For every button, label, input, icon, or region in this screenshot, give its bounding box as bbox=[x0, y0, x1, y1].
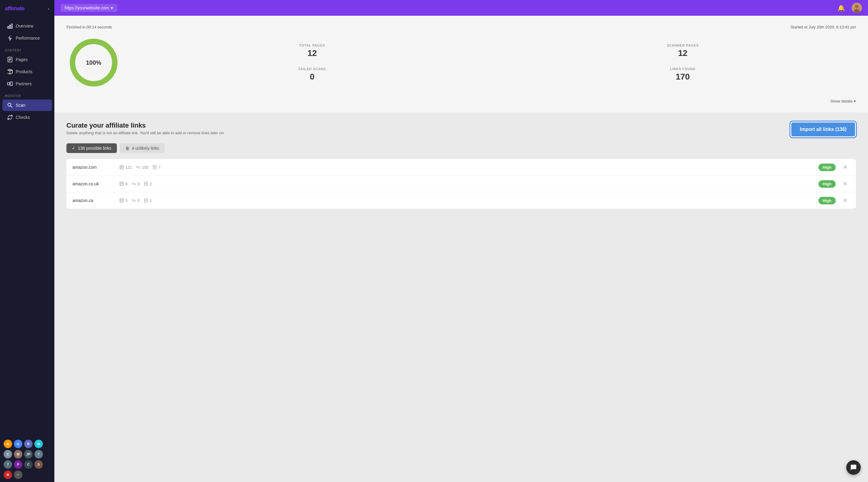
network-avatar-b-network[interactable]: B bbox=[24, 440, 33, 448]
svg-rect-22 bbox=[153, 165, 156, 169]
user-avatar[interactable] bbox=[852, 3, 862, 13]
network-avatar-n4[interactable]: 7 bbox=[34, 450, 43, 458]
link-remove-button-1[interactable]: ✕ bbox=[840, 180, 850, 188]
stat-value-total-pages: 12 bbox=[139, 48, 485, 58]
stat-label-links-found: LINKS FOUND bbox=[509, 67, 856, 71]
svg-line-12 bbox=[10, 106, 12, 107]
svg-rect-2 bbox=[11, 24, 12, 28]
curate-subtitle: Delete anything that is not an affiliate… bbox=[66, 131, 225, 135]
link-links-2: 5 bbox=[132, 198, 140, 203]
link-tab-possible[interactable]: ✓ 136 possible links bbox=[66, 143, 117, 153]
chat-bubble-button[interactable] bbox=[846, 460, 861, 475]
link-domain-2: amazon.ca bbox=[72, 198, 115, 203]
svg-rect-1 bbox=[9, 25, 10, 28]
sidebar-item-performance[interactable]: Performance bbox=[2, 32, 52, 44]
network-avatar-n6[interactable]: C bbox=[24, 460, 33, 469]
url-selector[interactable]: https://yourwebsite.com ▾ bbox=[60, 4, 117, 12]
network-avatar-more[interactable]: ··· bbox=[14, 471, 22, 479]
link-counts-0: 121 150 7 bbox=[120, 165, 814, 170]
scan-stats-grid: TOTAL PAGES 12 SCANNED PAGES 12 FAILED S… bbox=[139, 44, 856, 82]
network-avatar-n7[interactable]: S bbox=[34, 460, 43, 469]
logo-affi: affi bbox=[5, 5, 12, 11]
link-tab-icon: ✓ bbox=[72, 146, 75, 150]
link-tab-unlikely[interactable]: 🗑 4 unlikely links bbox=[120, 143, 164, 153]
network-avatar-n8[interactable]: R bbox=[4, 471, 12, 479]
stat-label-total-pages: TOTAL PAGES bbox=[139, 44, 485, 47]
svg-rect-36 bbox=[144, 199, 147, 202]
sidebar-header: affimate ‹ bbox=[0, 0, 54, 17]
stat-value-failed-scans: 0 bbox=[139, 72, 485, 82]
priority-badge-2: High bbox=[818, 197, 836, 204]
stat-scanned-pages: SCANNED PAGES 12 bbox=[509, 44, 856, 58]
link-links-0: 150 bbox=[136, 165, 149, 170]
link-row-0: amazon.com 121 150 7 High ✕ bbox=[66, 159, 856, 176]
sidebar-item-checks-label: Checks bbox=[16, 115, 30, 120]
sidebar-item-overview[interactable]: Overview bbox=[2, 20, 52, 32]
svg-rect-0 bbox=[7, 26, 9, 28]
scan-finished-text: Finished in 00:14 seconds bbox=[66, 25, 112, 29]
logo: affimate bbox=[5, 5, 25, 12]
curate-section: Curate your affiliate links Delete anyth… bbox=[54, 112, 868, 218]
topbar: https://yourwebsite.com ▾ 🔔 bbox=[54, 0, 868, 16]
logo-mate: mate bbox=[12, 5, 25, 11]
partners-icon bbox=[7, 81, 13, 86]
sidebar-item-overview-label: Overview bbox=[16, 24, 33, 28]
links-table: amazon.com 121 150 7 High ✕ amazon.co.uk… bbox=[66, 159, 856, 209]
lightning-icon bbox=[7, 35, 13, 41]
stat-total-pages: TOTAL PAGES 12 bbox=[139, 44, 485, 58]
link-docs-0: 7 bbox=[153, 165, 160, 170]
sidebar-item-scan[interactable]: Scan bbox=[2, 100, 52, 111]
sidebar-item-partners[interactable]: Partners bbox=[2, 78, 52, 89]
curate-title: Curate your affiliate links bbox=[66, 121, 225, 130]
notification-bell-button[interactable]: 🔔 bbox=[837, 4, 845, 11]
svg-rect-8 bbox=[7, 83, 10, 85]
stat-links-found: LINKS FOUND 170 bbox=[509, 67, 856, 82]
network-avatar-n1[interactable]: N bbox=[34, 440, 43, 448]
sidebar-content-section: CONTENT bbox=[0, 45, 54, 53]
pages-icon bbox=[7, 57, 13, 62]
network-avatars: AGBNCMJP77PCSR··· bbox=[0, 437, 54, 482]
import-all-links-button[interactable]: Import all links (136) bbox=[790, 121, 856, 137]
scan-results-card: Finished in 00:14 seconds Started at Jul… bbox=[54, 16, 868, 112]
network-avatar-jp[interactable]: JP bbox=[24, 450, 33, 458]
network-avatar-n5[interactable]: 7 bbox=[4, 460, 12, 469]
show-details-chevron-icon: ▾ bbox=[854, 99, 856, 104]
link-docs-1: 2 bbox=[144, 182, 152, 186]
network-avatar-n2[interactable]: C bbox=[4, 450, 12, 458]
link-remove-button-2[interactable]: ✕ bbox=[840, 197, 850, 204]
link-tab-label: 136 possible links bbox=[78, 146, 112, 150]
sidebar-item-products[interactable]: Products bbox=[2, 66, 52, 78]
products-icon bbox=[7, 69, 13, 75]
sidebar-navigation: Overview Performance CONTENT Pages bbox=[0, 17, 54, 126]
scan-donut-chart: 100% bbox=[66, 35, 121, 90]
link-remove-button-0[interactable]: ✕ bbox=[840, 163, 850, 171]
priority-badge-0: High bbox=[818, 164, 836, 171]
network-avatar-ph[interactable]: P bbox=[14, 460, 22, 469]
collapse-button[interactable]: ‹ bbox=[48, 6, 50, 11]
loop-icon bbox=[7, 115, 13, 120]
scan-body: 100% TOTAL PAGES 12 SCANNED PAGES 12 FAI… bbox=[66, 35, 856, 90]
sidebar-item-checks[interactable]: Checks bbox=[2, 112, 52, 123]
link-row-2: amazon.ca 5 5 1 High ✕ bbox=[66, 192, 856, 209]
network-avatar-amazon[interactable]: A bbox=[4, 440, 12, 448]
link-row-1: amazon.co.uk 8 8 2 High ✕ bbox=[66, 176, 856, 192]
link-domain-1: amazon.co.uk bbox=[72, 181, 115, 186]
sidebar-monitor-section: MONITOR bbox=[0, 90, 54, 99]
donut-center-percent: 100% bbox=[86, 59, 101, 66]
link-domain-0: amazon.com bbox=[72, 165, 115, 170]
url-chevron-icon: ▾ bbox=[111, 5, 113, 10]
link-pages-0: 121 bbox=[120, 165, 132, 170]
network-avatar-n3[interactable]: M bbox=[14, 450, 22, 458]
sidebar: affimate ‹ Overview Performance CONTENT bbox=[0, 0, 54, 482]
link-counts-2: 5 5 1 bbox=[120, 198, 814, 203]
sidebar-item-pages[interactable]: Pages bbox=[2, 54, 52, 65]
curate-header: Curate your affiliate links Delete anyth… bbox=[66, 121, 856, 137]
network-avatar-google[interactable]: G bbox=[14, 440, 22, 448]
url-text: https://yourwebsite.com bbox=[65, 5, 109, 10]
scan-started-text: Started at July 20th 2020, 6:13:41 pm bbox=[790, 25, 856, 29]
link-tab-label: 4 unlikely links bbox=[132, 146, 159, 150]
show-details-button[interactable]: Show details ▾ bbox=[830, 99, 856, 104]
svg-point-14 bbox=[855, 5, 859, 8]
stat-failed-scans: FAILED SCANS 0 bbox=[139, 67, 485, 82]
show-details-row: Show details ▾ bbox=[66, 96, 856, 104]
